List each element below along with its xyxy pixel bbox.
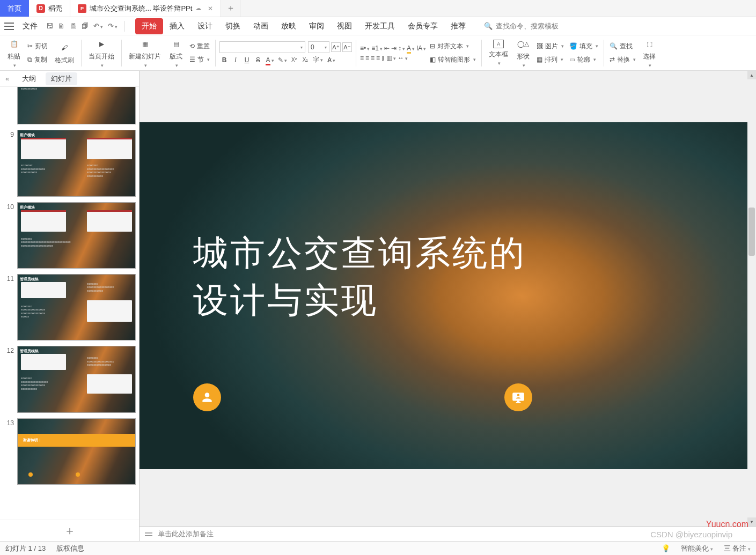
- font-size-combo[interactable]: 0▾: [308, 41, 329, 53]
- ribbon-tab-start[interactable]: 开始: [135, 18, 163, 34]
- bold-icon[interactable]: B: [219, 56, 229, 64]
- outline-button[interactable]: ▭轮廓: [568, 54, 600, 65]
- spacing-icon[interactable]: ↔: [398, 54, 408, 62]
- thumbnail-item[interactable]: xxxxxxxxxxxxxxxxxxxxxxxxxxxxxxxx: [3, 87, 136, 124]
- from-current-button[interactable]: ▶ 当页开始: [85, 36, 118, 70]
- thumb-slide[interactable]: 谢谢聆听！: [17, 418, 136, 485]
- align-center-icon[interactable]: ≡: [365, 54, 369, 62]
- align-text-button[interactable]: ⊟对齐文本: [428, 41, 478, 52]
- save-icon[interactable]: 🖫: [46, 22, 53, 30]
- reset-button[interactable]: ⟲重置: [188, 41, 211, 52]
- tab-home[interactable]: 首页: [0, 0, 29, 17]
- italic-icon[interactable]: I: [231, 56, 240, 64]
- thumbnail-item[interactable]: 10 用户模块 xxxxxxxxxxxxxxxxxxxxxxxxxxxxxxxx…: [3, 202, 136, 269]
- find-button[interactable]: 🔍查找: [608, 41, 637, 52]
- section-button[interactable]: ☰节: [188, 54, 211, 65]
- notes-placeholder[interactable]: 单击此处添加备注: [158, 529, 214, 539]
- copy-button[interactable]: ⧉复制: [26, 54, 49, 65]
- ribbon-tab-view[interactable]: 视图: [331, 18, 358, 34]
- format-painter-button[interactable]: 🖌 格式刷: [52, 40, 77, 66]
- select-button[interactable]: ⬚ 选择: [640, 36, 659, 70]
- notes-bar[interactable]: 单击此处添加备注: [140, 526, 756, 541]
- increase-font-icon[interactable]: A⁺: [331, 42, 341, 52]
- slides-tab[interactable]: 幻灯片: [46, 72, 77, 85]
- notes-toggle[interactable]: 三 备注: [724, 544, 751, 553]
- add-slide-button[interactable]: ＋: [0, 520, 139, 541]
- close-icon[interactable]: ✕: [208, 5, 213, 12]
- indent-increase-icon[interactable]: ⇥: [391, 45, 397, 52]
- subscript-icon[interactable]: X₂: [300, 57, 310, 63]
- change-case-icon[interactable]: 字: [312, 55, 324, 64]
- text-highlight-icon[interactable]: A: [407, 45, 415, 52]
- thumb-slide[interactable]: 管理员模块 xxxxxxxxxxxxxxxxxxxxxxxxxxxxxxxxxx…: [17, 346, 136, 412]
- numbering-icon[interactable]: ≡1: [371, 45, 383, 52]
- computer-icon[interactable]: [504, 383, 532, 411]
- print-icon[interactable]: 🖶: [70, 22, 77, 30]
- save-as-icon[interactable]: 🗎: [58, 22, 65, 30]
- smart-beautify[interactable]: 智能美化: [681, 544, 713, 553]
- align-justify-icon[interactable]: ≡: [376, 54, 380, 62]
- arrange-button[interactable]: ▦排列: [535, 54, 566, 65]
- convert-smart-button[interactable]: ◧转智能图形: [428, 54, 478, 65]
- thumb-slide[interactable]: xxxxxxxxxxxxxxxxxxxxxxxxxxxxxxxx: [17, 87, 136, 124]
- collapse-panel-icon[interactable]: «: [5, 75, 9, 83]
- textbox-button[interactable]: A 文本框: [486, 38, 511, 68]
- slide-canvas[interactable]: 城市公交查询系统的 设计与实现: [140, 122, 756, 469]
- search-input[interactable]: [496, 22, 582, 30]
- tab-document[interactable]: P 城市公交查询系统... 毕设答辩PPt ☁ ✕: [70, 0, 221, 17]
- thumbnail-item[interactable]: 9 用户模块 xx xxxxxxxxxxxxxxxxxxxxxxxxxxxxxx…: [3, 130, 136, 196]
- ribbon-tab-transition[interactable]: 切换: [219, 18, 247, 34]
- thumbnail-item[interactable]: 11 管理员模块 xxxxxxxxxxxxxxxxxxxxxxxxxxxxxxx…: [3, 274, 136, 341]
- thumb-slide[interactable]: 管理员模块 xxxxxxxxxxxxxxxxxxxxxxxxxxxxxxxxxx…: [17, 274, 136, 341]
- outline-tab[interactable]: 大纲: [17, 72, 41, 85]
- text-direction-icon[interactable]: IA: [416, 45, 426, 52]
- thumb-slide[interactable]: 用户模块 xxxxxxxxxxxxxxxxxxxxxxxxxxxxxxxxxxx…: [17, 202, 136, 269]
- scroll-thumb[interactable]: [748, 208, 755, 256]
- redo-icon[interactable]: ↷: [108, 22, 118, 30]
- shape-button[interactable]: ◯△ 形状: [513, 36, 533, 70]
- highlight-icon[interactable]: ✎: [277, 56, 288, 64]
- scroll-down-icon[interactable]: ▼: [747, 517, 756, 526]
- line-spacing-icon[interactable]: ↕: [398, 45, 405, 52]
- ribbon-tab-animation[interactable]: 动画: [247, 18, 275, 34]
- ribbon-tab-devtools[interactable]: 开发工具: [358, 18, 401, 34]
- fill-button[interactable]: 🪣填充: [568, 41, 600, 52]
- font-combo[interactable]: ▾: [219, 41, 305, 53]
- superscript-icon[interactable]: X²: [289, 57, 299, 63]
- font-color-icon[interactable]: A: [265, 56, 275, 64]
- layout-button[interactable]: ▤ 版式: [166, 36, 186, 70]
- replace-button[interactable]: ⇄替换: [608, 54, 637, 65]
- ribbon-tab-review[interactable]: 审阅: [303, 18, 331, 34]
- thumb-slide[interactable]: 用户模块 xx xxxxxxxxxxxxxxxxxxxxxxxxxxxxxxxx…: [17, 130, 136, 196]
- cut-button[interactable]: ✂剪切: [26, 41, 49, 52]
- presenter-icon[interactable]: [193, 383, 221, 411]
- ribbon-tab-design[interactable]: 设计: [191, 18, 219, 34]
- undo-icon[interactable]: ↶: [93, 22, 103, 30]
- thumbnail-item[interactable]: 13 谢谢聆听！: [3, 418, 136, 485]
- picture-button[interactable]: 🖼图片: [535, 41, 566, 52]
- distribute-icon[interactable]: ⫿: [381, 54, 385, 62]
- scroll-up-icon[interactable]: ▲: [747, 71, 756, 79]
- print-preview-icon[interactable]: 🗐: [82, 22, 89, 30]
- bulb-icon[interactable]: 💡: [662, 544, 670, 552]
- vertical-scrollbar[interactable]: ▲ ▼: [747, 71, 756, 526]
- thumbnails-list[interactable]: xxxxxxxxxxxxxxxxxxxxxxxxxxxxxxxx 9 用户模块 …: [0, 87, 139, 520]
- file-menu[interactable]: 文件: [23, 21, 38, 31]
- paste-button[interactable]: 📋 粘贴: [4, 36, 24, 70]
- strike-icon[interactable]: S: [253, 56, 263, 64]
- bullets-icon[interactable]: ≡•: [360, 45, 370, 52]
- ribbon-tab-member[interactable]: 会员专享: [401, 18, 444, 34]
- ribbon-tab-insert[interactable]: 插入: [163, 18, 191, 34]
- align-right-icon[interactable]: ≡: [371, 54, 375, 62]
- underline-icon[interactable]: U: [242, 56, 252, 64]
- columns-icon[interactable]: ▥: [386, 54, 396, 62]
- ribbon-tab-slideshow[interactable]: 放映: [275, 18, 303, 34]
- align-left-icon[interactable]: ≡: [360, 54, 364, 62]
- tab-add[interactable]: ＋: [221, 0, 240, 17]
- new-slide-button[interactable]: ▦ 新建幻灯片: [126, 36, 164, 70]
- ribbon-tab-recommend[interactable]: 推荐: [444, 18, 472, 34]
- indent-decrease-icon[interactable]: ⇤: [384, 45, 390, 52]
- thumbnail-item[interactable]: 12 管理员模块 xxxxxxxxxxxxxxxxxxxxxxxxxxxxxxx…: [3, 346, 136, 412]
- copyright-info[interactable]: 版权信息: [56, 544, 84, 553]
- tab-docker[interactable]: D 稻壳: [29, 0, 70, 17]
